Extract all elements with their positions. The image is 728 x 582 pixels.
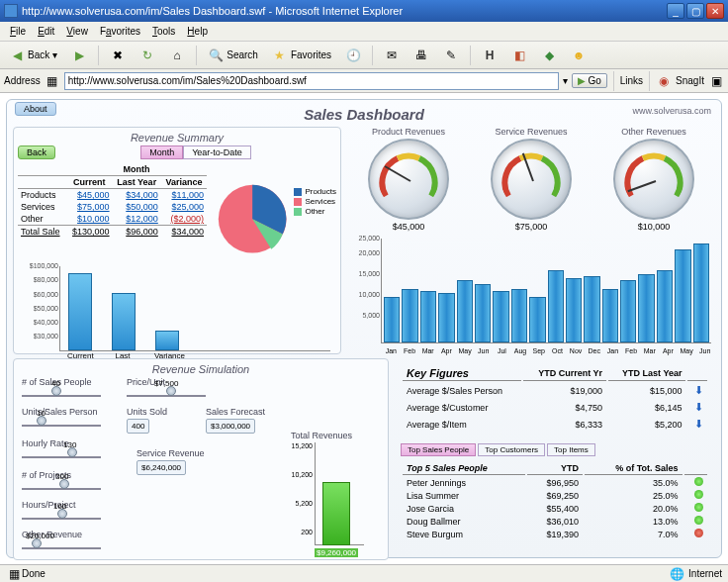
- slider-hpp[interactable]: 160: [22, 514, 101, 524]
- status-dot-green: [694, 490, 703, 499]
- tab-month[interactable]: Month: [140, 146, 183, 159]
- search-button[interactable]: 🔍Search: [203, 45, 263, 66]
- address-label: Address: [4, 75, 41, 86]
- stop-icon: ✖: [110, 48, 126, 63]
- gauge-dial: [613, 139, 694, 220]
- revenue-simulation-panel: Revenue Simulation # of Sales People 40 …: [13, 358, 389, 560]
- menu-file[interactable]: File: [4, 24, 32, 39]
- menu-help[interactable]: Help: [181, 24, 214, 39]
- gauge-value: $10,000: [602, 222, 705, 232]
- gauges-panel: Product Revenues $45,000 Service Revenue…: [347, 127, 715, 354]
- maximize-button[interactable]: ▢: [686, 3, 704, 19]
- menu-edit[interactable]: Edit: [32, 24, 60, 39]
- table-row: Doug Ballmer$36,01013.0%: [403, 516, 707, 527]
- home-button[interactable]: ⌂: [164, 45, 190, 66]
- top-list-title: Top 5 Sales People: [403, 462, 525, 475]
- table-row-total: Total Sale$130,000$96,000$34,000: [18, 226, 207, 239]
- table-row: Jose Garcia$55,40020.0%: [403, 503, 707, 514]
- refresh-button[interactable]: ↻: [135, 45, 160, 66]
- separator: [649, 71, 650, 91]
- slider-nproj[interactable]: 300: [22, 484, 101, 494]
- snagit-window-icon[interactable]: ▣: [708, 73, 724, 89]
- tab-top-items[interactable]: Top Items: [547, 443, 595, 456]
- snagit-label[interactable]: SnagIt: [676, 75, 704, 86]
- label-sfc: Sales Forecast: [206, 407, 265, 417]
- output-sfc: $3,000,000: [206, 419, 255, 434]
- address-dropdown[interactable]: ▾: [563, 75, 568, 86]
- tab-ytd[interactable]: Year-to-Date: [183, 146, 251, 159]
- month-bar: [420, 291, 436, 342]
- history-button[interactable]: 🕘: [340, 45, 366, 66]
- revenue-summary-title: Revenue Summary: [18, 132, 336, 144]
- menu-tools[interactable]: Tools: [146, 24, 181, 39]
- links-label[interactable]: Links: [620, 75, 643, 86]
- summary-bar-chart: $100,000$80,000$60,000$50,000$40,000$30,…: [59, 266, 330, 351]
- back-icon: ◀: [9, 48, 25, 63]
- history-icon: 🕘: [345, 48, 361, 63]
- zone-text: Internet: [688, 568, 722, 579]
- total-revenue-bar: [322, 482, 350, 545]
- gauge-product: Product Revenues $45,000: [357, 127, 460, 235]
- slider-nsales[interactable]: 40: [22, 391, 101, 401]
- status-dot-red: [694, 529, 703, 537]
- minimize-button[interactable]: _: [667, 3, 684, 19]
- ext4-button[interactable]: ☻: [566, 45, 592, 66]
- edit-button[interactable]: ✎: [438, 45, 464, 66]
- output-srev: $6,240,000: [136, 460, 186, 475]
- ext1-button[interactable]: H: [477, 45, 502, 66]
- month-x-labels: JanFebMarAprMayJunJulAugSepOctNovDecJanF…: [381, 347, 715, 354]
- total-y-axis: 15,20010,2005,200200: [283, 442, 313, 535]
- page-icon: ▦: [45, 73, 60, 89]
- snagit-icon: ◉: [656, 73, 672, 89]
- print-button[interactable]: 🖶: [409, 45, 434, 66]
- top-sales-table: Top 5 Sales PeopleYTD% of Tot. Sales Pet…: [401, 460, 709, 541]
- month-bar: [457, 280, 473, 342]
- menu-bar: File Edit View Favorites Tools Help: [0, 22, 728, 42]
- slider-orev[interactable]: $20,000: [22, 543, 101, 553]
- month-bar: [493, 291, 508, 342]
- close-button[interactable]: ✕: [706, 3, 724, 19]
- menu-favorites[interactable]: Favorites: [94, 24, 146, 39]
- revenue-table: Month Current Last Year Variance Product…: [18, 163, 207, 238]
- month-bar: [657, 270, 673, 342]
- slider-priceunit[interactable]: $7,500: [127, 391, 206, 401]
- separator: [196, 46, 197, 65]
- go-button[interactable]: ▶Go: [572, 73, 606, 88]
- stop-button[interactable]: ✖: [105, 45, 131, 66]
- y-axis-labels: $100,000$80,000$60,000$50,000$40,000$30,…: [19, 262, 58, 347]
- status-bar: ▦ Done 🌐 Internet: [0, 564, 728, 582]
- month-bar: [675, 249, 690, 342]
- address-input[interactable]: [64, 72, 560, 90]
- separator: [98, 46, 99, 65]
- table-row: Lisa Summer$69,25025.0%: [403, 490, 707, 501]
- month-bar: [638, 274, 654, 342]
- separator: [372, 46, 373, 65]
- back-button[interactable]: ◀Back ▾: [4, 45, 62, 66]
- revenue-sim-title: Revenue Simulation: [18, 363, 384, 375]
- tab-top-customers[interactable]: Top Customers: [478, 443, 545, 456]
- mail-button[interactable]: ✉: [379, 45, 405, 66]
- separator: [613, 71, 614, 91]
- pie-legend: Products Services Other: [294, 187, 336, 260]
- menu-view[interactable]: View: [60, 24, 94, 39]
- tab-top-sales-people[interactable]: Top Sales People: [401, 443, 476, 456]
- home-icon: ⌂: [169, 48, 185, 63]
- gauge-dial: [491, 139, 572, 220]
- page-title: Sales Dashboard: [13, 106, 715, 123]
- key-figures-panel: Key FiguresYTD Current YrYTD Last Year A…: [395, 358, 715, 560]
- favorites-button[interactable]: ★Favorites: [267, 45, 336, 66]
- page-done-icon: ▦: [6, 566, 22, 582]
- ext3-button[interactable]: ◆: [536, 45, 562, 66]
- about-tab[interactable]: About: [15, 102, 56, 116]
- slider-hourly[interactable]: 130: [22, 452, 101, 462]
- label-hpp: Hours/Project: [22, 500, 76, 510]
- internet-zone-icon: 🌐: [669, 566, 684, 582]
- th-ytd: YTD: [527, 462, 583, 475]
- gauge-service: Service Revenues $75,000: [480, 127, 583, 235]
- slider-upp[interactable]: 10: [22, 421, 101, 431]
- month-bar: [693, 243, 709, 342]
- back-button-panel[interactable]: Back: [18, 146, 55, 159]
- forward-button[interactable]: ▶: [66, 45, 92, 66]
- separator: [470, 46, 471, 65]
- ext2-button[interactable]: ◧: [506, 45, 532, 66]
